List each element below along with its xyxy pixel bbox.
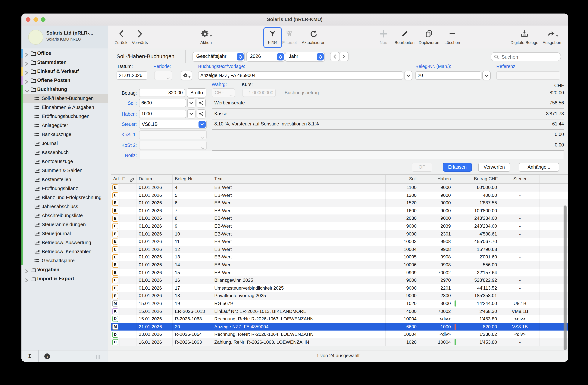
table-row[interactable]: E01.01.202615EB-Wert99097000222'157.64- (111, 269, 568, 276)
template-gear-button[interactable] (181, 71, 192, 80)
edit-button[interactable]: Bearbeiten (393, 28, 416, 45)
table-row[interactable]: E01.01.202612EB-Wert10004990815'790.68- (111, 246, 568, 253)
cost-center-2-combo[interactable] (139, 141, 207, 150)
record-button[interactable]: Erfassen (443, 163, 472, 172)
sidebar-item-er-ffnungsbilanz[interactable]: Eröffnungsbilanz (21, 184, 108, 193)
period-year-select[interactable]: 2026 (246, 52, 285, 62)
avatar[interactable] (28, 30, 43, 45)
digital-receipts-button[interactable]: Digitale Belege (508, 28, 541, 45)
cost-center-1-combo[interactable] (139, 130, 207, 139)
link-column-header[interactable] (128, 175, 136, 183)
sidebar-item-abschreibungsliste[interactable]: Abschreibungsliste (21, 211, 108, 220)
search-field[interactable] (491, 52, 561, 61)
column-header-f[interactable]: F (120, 175, 128, 183)
chevron-down-icon[interactable] (25, 88, 29, 94)
currency-combo[interactable]: CHF (212, 88, 235, 97)
tax-select[interactable]: VS8.1B (139, 120, 207, 129)
sidebar-item-kontoausz-ge[interactable]: Kontoauszüge (21, 157, 108, 166)
table-row[interactable]: M21.01.202620Anzeige NZZ, FA 48590046600… (111, 323, 568, 330)
duplicate-button[interactable]: Duplizieren (416, 28, 442, 45)
sidebar-item-einnahmen-ausgaben[interactable]: Einnahmen & Ausgaben (21, 103, 108, 112)
sidebar-item-gesch-ftsjahre[interactable]: Geschäftsjahre (21, 256, 108, 265)
sidebar-item-journal[interactable]: Journal (21, 139, 108, 148)
sidebar-item-steuerjournal[interactable]: Steuerjournal (21, 229, 108, 238)
brutto-button[interactable]: Brutto (187, 88, 206, 97)
action-button[interactable]: Aktion (195, 28, 217, 45)
period-combo[interactable] (154, 71, 172, 80)
sidebar-item-summen-salden[interactable]: Summen & Salden (21, 166, 108, 175)
sidebar-item-bilanz-und-erfolgsrechnung[interactable]: Bilanz und Erfolgsrechnung (21, 193, 108, 202)
period-type-select[interactable]: Geschäftsjahr (192, 52, 245, 62)
column-header-art[interactable]: Art (111, 175, 120, 183)
sidebar-section-6[interactable]: Import & Export (21, 274, 108, 283)
delete-button[interactable]: Löschen (442, 28, 463, 45)
table-row[interactable]: E01.01.202614EB-Wert100069908556.00- (111, 261, 568, 269)
table-row[interactable]: M15.01.202619RG 56791020300014'244.00U8.… (111, 300, 568, 308)
sidebar-item-kostenstellen[interactable]: Kostenstellen (21, 175, 108, 184)
booking-text-dropdown-button[interactable] (404, 71, 412, 80)
table-row[interactable]: E01.01.20269EB-Wert90002039243'234.00- (111, 222, 568, 230)
table-row[interactable]: D15.01.2026R-2026-1063Rechnung, ReNr: R-… (111, 315, 568, 323)
table-row[interactable]: E01.01.202611EB-Wert100039908455'067.70- (111, 238, 568, 246)
chevron-right-icon[interactable] (25, 70, 28, 76)
sidebar-item-betriebsw-auswertung[interactable]: Betriebsw. Auswertung (21, 238, 108, 247)
forward-button[interactable]: Vorwärts (128, 28, 151, 45)
column-header-text[interactable]: Text (212, 175, 386, 183)
reference-input[interactable] (496, 71, 560, 80)
sidebar-item-steueranmeldungen[interactable]: Steueranmeldungen (21, 220, 108, 229)
document-number-dropdown-button[interactable] (482, 71, 491, 80)
filterset-button[interactable]: Filterset (278, 28, 301, 45)
sidebar-item-bankausz-ge[interactable]: Bankauszüge (21, 130, 108, 139)
amount-input[interactable] (139, 89, 185, 97)
sidebar-item-jahresabschluss[interactable]: Jahresabschluss (21, 202, 108, 211)
sidebar-section-0[interactable]: Office (21, 49, 108, 58)
sidebar-item-soll-haben-buchungen[interactable]: Soll-/Haben-Buchungen (21, 94, 108, 103)
column-header-datum[interactable]: Datum (136, 175, 172, 183)
rate-input[interactable] (243, 89, 275, 97)
output-button[interactable]: Ausgeben (540, 28, 564, 45)
chevron-right-icon[interactable] (25, 52, 28, 58)
sum-button[interactable]: Σ (21, 350, 39, 362)
column-header-steuer[interactable]: Steuer (500, 175, 540, 183)
drag-handle-icon[interactable] (96, 354, 101, 361)
sidebar-item-anlageg-ter[interactable]: Anlagegüter (21, 121, 108, 130)
table-row[interactable]: E01.01.20265EB-Wert13009000400.00- (111, 191, 568, 199)
sidebar-item-er-ffnungsbuchungen[interactable]: Eröffnungsbuchungen (21, 112, 108, 121)
debit-split-button[interactable] (197, 98, 206, 107)
credit-account-input[interactable] (139, 110, 186, 118)
credit-dropdown-button[interactable] (187, 109, 195, 118)
table-row[interactable]: E01.01.202613EB-Wert1000599082'001.60- (111, 253, 568, 261)
op-button[interactable]: OP (412, 163, 432, 172)
booking-text-input[interactable] (198, 71, 403, 80)
table-row[interactable]: E01.01.20268EB-Wert20309000243'234.00- (111, 215, 568, 222)
column-header-beleg-nr[interactable]: Beleg-Nr (172, 175, 212, 183)
previous-period-button[interactable] (330, 52, 339, 61)
date-input[interactable] (117, 71, 147, 80)
debit-account-input[interactable] (139, 99, 186, 107)
column-header-betrag-chf[interactable]: Betrag CHF (453, 175, 500, 183)
sidebar-section-5[interactable]: Vorgaben (21, 265, 108, 274)
credit-split-button[interactable] (197, 109, 206, 118)
period-unit-select[interactable]: Jahr (285, 52, 325, 62)
sidebar-section-4[interactable]: Buchhaltung (21, 85, 108, 94)
document-number-input[interactable] (416, 71, 481, 80)
table-row[interactable]: E01.01.20266EB-Wert152090001'887.55- (111, 199, 568, 207)
chevron-right-icon[interactable] (25, 60, 28, 67)
chevron-right-icon[interactable] (25, 268, 28, 275)
table-row[interactable]: E01.01.202610EB-Wert900023014'588.61- (111, 230, 568, 238)
table-row[interactable]: D16.01.2026R-2026-1063Zahlung, ReNr: R-2… (111, 338, 568, 346)
column-header-soll[interactable]: Soll (386, 175, 419, 183)
search-input[interactable] (501, 53, 558, 60)
sidebar-item-betriebsw-kennzahlen[interactable]: Betriebsw. Kennzahlen (21, 247, 108, 256)
table-row[interactable]: E01.01.202616Bilanzgewinn 20259000297052… (111, 276, 568, 284)
attachments-button[interactable]: Anhänge... (519, 163, 559, 172)
discard-button[interactable]: Verwerfen (478, 163, 510, 172)
table-row[interactable]: E01.01.20267EB-Wert16009000109'800.00- (111, 207, 568, 215)
debit-dropdown-button[interactable] (187, 98, 195, 107)
sidebar-section-1[interactable]: Stammdaten (21, 58, 108, 67)
vertical-scrollbar[interactable] (564, 206, 567, 350)
column-header-haben[interactable]: Haben (419, 175, 453, 183)
sidebar-section-2[interactable]: Einkauf & Verkauf (21, 67, 108, 76)
info-button[interactable]: i (39, 350, 56, 362)
chevron-right-icon[interactable] (25, 78, 28, 85)
